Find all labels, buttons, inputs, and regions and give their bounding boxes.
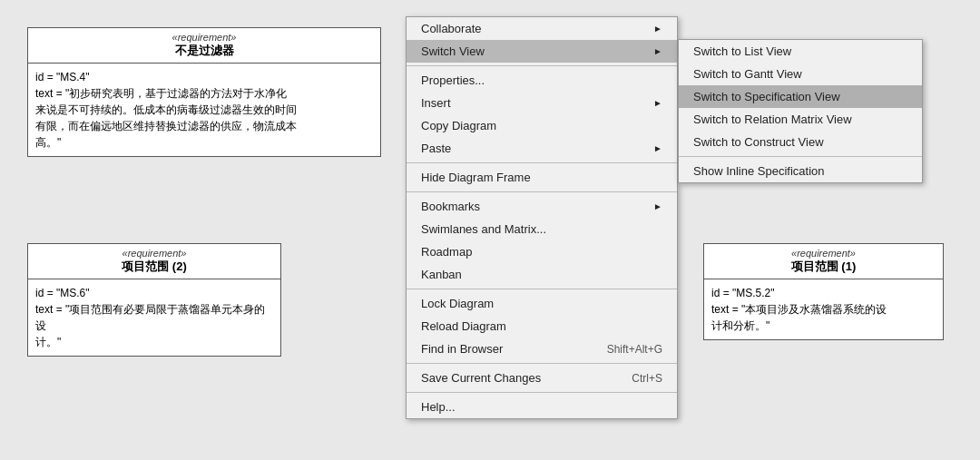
menu-label-swimlanes: Swimlanes and Matrix... (421, 222, 546, 236)
menu-label-find-in-browser: Find in Browser (421, 342, 503, 356)
req-title-3: 项目范围 (1) (711, 259, 936, 275)
arrow-icon-insert: ► (653, 98, 662, 108)
submenu-gantt-view[interactable]: Switch to Gantt View (679, 63, 922, 85)
menu-label-kanban: Kanban (421, 268, 462, 281)
shortcut-find-in-browser: Shift+Alt+G (607, 343, 662, 356)
menu-label-switch-view: Switch View (421, 44, 485, 58)
submenu-label-show-inline: Show Inline Specification (693, 164, 825, 178)
req-body-1: id = "MS.4" text = "初步研究表明，基于过滤器的方法对于水净化… (28, 64, 380, 156)
divider-5 (407, 363, 677, 364)
menu-item-lock-diagram[interactable]: Lock Diagram (407, 292, 677, 315)
menu-item-hide-diagram-frame[interactable]: Hide Diagram Frame (407, 166, 677, 189)
switch-view-submenu[interactable]: Switch to List View Switch to Gantt View… (678, 39, 923, 183)
menu-item-paste[interactable]: Paste ► (407, 137, 677, 160)
menu-label-save-current-changes: Save Current Changes (421, 371, 541, 385)
submenu-relation-matrix-view[interactable]: Switch to Relation Matrix View (679, 108, 922, 131)
shortcut-save-current-changes: Ctrl+S (632, 372, 662, 385)
menu-item-reload-diagram[interactable]: Reload Diagram (407, 315, 677, 338)
arrow-icon-collaborate: ► (653, 24, 662, 34)
submenu-label-relation-matrix-view: Switch to Relation Matrix View (693, 113, 852, 126)
menu-item-kanban[interactable]: Kanban (407, 263, 677, 286)
menu-item-save-current-changes[interactable]: Save Current Changes Ctrl+S (407, 367, 677, 389)
req-box-1: «requirement» 不是过滤器 id = "MS.4" text = "… (27, 27, 381, 157)
menu-item-collaborate[interactable]: Collaborate ► (407, 17, 677, 40)
req-box-3: «requirement» 项目范围 (1) id = "MS.5.2" tex… (703, 243, 944, 340)
req-title-2: 项目范围 (2) (35, 259, 273, 275)
menu-label-roadmap: Roadmap (421, 245, 472, 259)
submenu-construct-view[interactable]: Switch to Construct View (679, 131, 922, 153)
req-header-3: «requirement» 项目范围 (1) (704, 244, 943, 279)
req-box-2: «requirement» 项目范围 (2) id = "MS.6" text … (27, 243, 281, 357)
req-header-2: «requirement» 项目范围 (2) (28, 244, 280, 279)
menu-label-copy-diagram: Copy Diagram (421, 119, 496, 132)
req-header-1: «requirement» 不是过滤器 (28, 28, 380, 64)
submenu-label-gantt-view: Switch to Gantt View (693, 67, 802, 81)
submenu-divider (679, 156, 922, 157)
divider-1 (407, 65, 677, 66)
menu-item-roadmap[interactable]: Roadmap (407, 240, 677, 263)
submenu-label-list-view: Switch to List View (693, 44, 791, 58)
menu-label-collaborate: Collaborate (421, 22, 482, 35)
arrow-icon-bookmarks: ► (653, 201, 662, 211)
context-menu[interactable]: Collaborate ► Switch View ► Properties..… (406, 16, 678, 419)
req-stereotype-2: «requirement» (35, 248, 273, 259)
req-body-2: id = "MS.6" text = "项目范围有必要局限于蒸馏器单元本身的设计… (28, 279, 280, 356)
menu-item-copy-diagram[interactable]: Copy Diagram (407, 114, 677, 137)
menu-label-help: Help... (421, 400, 456, 414)
arrow-icon-switch-view: ► (653, 46, 662, 56)
divider-4 (407, 289, 677, 289)
menu-item-insert[interactable]: Insert ► (407, 92, 677, 114)
diagram-area: «requirement» 不是过滤器 id = "MS.4" text = "… (0, 0, 980, 460)
divider-3 (407, 191, 677, 192)
menu-item-help[interactable]: Help... (407, 396, 677, 418)
submenu-show-inline[interactable]: Show Inline Specification (679, 160, 922, 182)
submenu-list-view[interactable]: Switch to List View (679, 40, 922, 63)
req-stereotype-3: «requirement» (711, 248, 936, 259)
req-body-3: id = "MS.5.2" text = "本项目涉及水蒸馏器系统的设计和分析。… (704, 279, 943, 339)
menu-label-lock-diagram: Lock Diagram (421, 297, 494, 310)
menu-label-bookmarks: Bookmarks (421, 200, 480, 213)
menu-item-properties[interactable]: Properties... (407, 69, 677, 92)
submenu-label-construct-view: Switch to Construct View (693, 135, 824, 149)
menu-label-reload-diagram: Reload Diagram (421, 319, 506, 333)
menu-label-paste: Paste (421, 142, 451, 155)
menu-item-bookmarks[interactable]: Bookmarks ► (407, 195, 677, 218)
divider-6 (407, 392, 677, 393)
submenu-specification-view[interactable]: Switch to Specification View (679, 85, 922, 108)
divider-2 (407, 162, 677, 163)
req-title-1: 不是过滤器 (35, 43, 373, 59)
menu-item-swimlanes[interactable]: Swimlanes and Matrix... (407, 218, 677, 240)
menu-label-hide-diagram-frame: Hide Diagram Frame (421, 171, 531, 184)
menu-label-insert: Insert (421, 96, 451, 110)
submenu-label-specification-view: Switch to Specification View (693, 90, 840, 103)
menu-item-switch-view[interactable]: Switch View ► (407, 40, 677, 63)
menu-item-find-in-browser[interactable]: Find in Browser Shift+Alt+G (407, 338, 677, 360)
req-stereotype-1: «requirement» (35, 32, 373, 43)
menu-label-properties: Properties... (421, 73, 485, 87)
arrow-icon-paste: ► (653, 143, 662, 153)
